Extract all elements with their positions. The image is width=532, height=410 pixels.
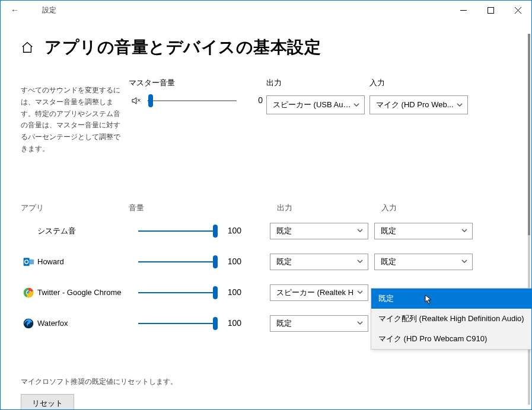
master-volume-column: マスター音量 0 [129,78,237,106]
app-volume-slider[interactable]: 100 [138,261,215,262]
titlebar: ← 設定 [1,1,531,20]
input-device-select[interactable]: マイク (HD Pro Web... [369,95,468,114]
dropdown-item[interactable]: マイク (HD Pro Webcam C910) [371,329,531,349]
waterfox-icon [21,316,36,331]
maximize-button[interactable] [477,1,504,20]
app-input-value: 既定 [381,257,459,267]
apps-header-app: アプリ [21,203,139,213]
app-volume-value: 100 [224,226,241,235]
app-output-select[interactable]: 既定 [270,223,368,239]
app-output-cell: 既定 [270,315,374,332]
app-volume-cell: 100 [133,287,270,298]
app-volume-value: 100 [224,257,241,266]
close-button[interactable] [504,1,531,20]
chrome-icon [21,285,36,300]
home-icon[interactable] [21,41,34,54]
description-text: すべてのサウンドを変更するには、マスター音量を調整します。特定のアプリやシステム… [21,78,125,155]
chevron-down-icon [357,319,363,328]
reset-note: マイクロソフト推奨の既定値にリセットします。 [21,377,511,387]
chevron-down-icon [461,226,467,235]
outlook-icon [21,254,36,270]
app-name: Twitter - Google Chrome [37,288,133,297]
app-output-value: スピーカー (Realtek H [276,287,355,298]
app-output-value: 既定 [276,318,355,329]
input-column: 入力 マイク (HD Pro Web... [369,78,469,114]
reset-button[interactable]: リセット [21,394,74,410]
input-label: 入力 [369,78,469,88]
dropdown-item[interactable]: 既定 [371,289,531,309]
app-volume-value: 100 [224,318,241,328]
app-volume-slider[interactable]: 100 [138,230,215,232]
header: アプリの音量とデバイスの基本設定 [1,20,531,66]
chevron-down-icon [357,226,363,235]
app-row: Twitter - Google Chrome100スピーカー (Realtek… [21,277,511,308]
output-column: 出力 スピーカー (USB Audi... [266,78,366,114]
master-volume-slider[interactable]: 0 [148,100,237,101]
app-input-value: 既定 [381,226,459,236]
app-volume-cell: 100 [133,318,270,329]
app-input-cell: 既定 [374,223,479,239]
app-output-cell: スピーカー (Realtek H [270,284,374,301]
app-row: Howard100既定既定 [21,246,511,277]
window-controls [450,1,531,20]
chevron-down-icon [457,101,463,110]
back-button[interactable]: ← [5,5,24,15]
app-volume-cell: 100 [133,226,270,236]
page-title: アプリの音量とデバイスの基本設定 [44,36,321,59]
app-output-cell: 既定 [270,223,374,239]
apps-header-volume: 音量 [129,203,266,213]
chevron-down-icon [357,288,363,297]
app-name: Waterfox [37,319,133,328]
svg-rect-9 [30,260,34,264]
svg-rect-1 [488,7,493,13]
app-volume-slider[interactable]: 100 [138,292,215,293]
app-volume-value: 100 [224,287,241,297]
input-device-value: マイク (HD Pro Web... [376,100,454,110]
app-name: Howard [37,257,133,266]
master-volume-row: 0 [129,95,237,106]
volume-mute-icon[interactable] [129,95,143,106]
footer: マイクロソフト推奨の既定値にリセットします。 リセット [21,377,511,410]
app-volume-slider[interactable]: 100 [138,323,215,324]
app-row: システム音100既定既定 [21,216,511,246]
app-output-value: 既定 [276,226,355,236]
output-label: 出力 [266,78,366,88]
dropdown-item[interactable]: マイク配列 (Realtek High Definition Audio) [371,309,531,329]
master-row: すべてのサウンドを変更するには、マスター音量を調整します。特定のアプリやシステム… [21,78,511,155]
apps-header-output: 出力 [277,203,381,213]
output-device-select[interactable]: スピーカー (USB Audi... [266,95,365,114]
input-dropdown-open[interactable]: 既定マイク配列 (Realtek High Definition Audio)マ… [371,288,532,350]
minimize-button[interactable] [450,1,477,20]
app-input-select[interactable]: 既定 [374,254,473,270]
master-volume-value: 0 [245,95,263,105]
app-output-select[interactable]: 既定 [270,254,368,270]
master-volume-label: マスター音量 [129,78,237,88]
app-name: システム音 [37,226,133,236]
app-volume-cell: 100 [133,257,270,267]
chevron-down-icon [461,257,467,266]
apps-header-input: 入力 [381,203,481,213]
apps-header: アプリ 音量 出力 入力 [21,203,511,213]
app-output-value: 既定 [276,257,355,267]
chevron-down-icon [357,257,363,266]
content: すべてのサウンドを変更するには、マスター音量を調整します。特定のアプリやシステム… [1,66,531,410]
chevron-down-icon [353,101,359,110]
app-input-select[interactable]: 既定 [374,223,473,239]
output-device-value: スピーカー (USB Audi... [273,100,351,110]
window-title: 設定 [42,5,56,15]
app-output-select[interactable]: スピーカー (Realtek H [270,284,368,301]
app-output-select[interactable]: 既定 [270,315,368,332]
app-input-cell: 既定 [374,254,479,270]
app-output-cell: 既定 [270,254,374,270]
